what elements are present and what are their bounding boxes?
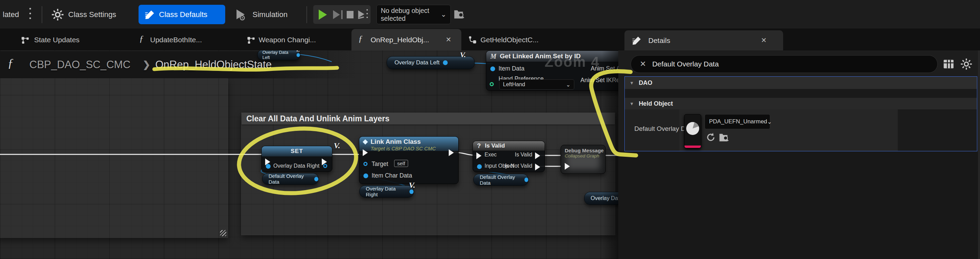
class-defaults-button[interactable]: Class Defaults [138,5,225,24]
blurred-content [566,153,600,170]
exec-out-pin-is-valid[interactable] [535,152,540,159]
input-pin-target[interactable] [363,162,368,166]
overflow-menu-icon[interactable] [29,8,31,22]
details-scrollbar[interactable] [978,51,980,259]
eject-button[interactable] [356,10,366,19]
frame-skip-button[interactable] [333,10,343,21]
clear-search-icon[interactable]: ✕ [640,60,646,68]
breadcrumb-parent[interactable]: CBP_DAO_SC_CMC [29,58,130,71]
use-selected-asset-icon[interactable] [706,133,716,142]
chevron-down-icon: ⌄ [767,118,772,125]
node-title: Link Anim Class [371,138,421,145]
macro-icon: M [490,52,496,60]
exec-out-pin-is-not-valid[interactable] [535,164,540,171]
collapse-arrow-icon[interactable]: ▼ [630,81,634,85]
exec-in-pin[interactable] [363,149,368,156]
category-dao[interactable]: ▼ DAO [625,77,977,89]
comment-box-empty[interactable] [0,78,228,238]
tab-weapon-changing[interactable]: Weapon Changi... [259,29,316,51]
node-debug-message[interactable]: Debug Message Collapsed Graph [561,145,606,174]
node-is-valid[interactable]: ? Is Valid Exec Is Valid Input Object Is… [473,141,545,172]
class-defaults-label: Class Defaults [159,10,207,19]
node-default-overlay-data-2[interactable]: Default Overlay Data [473,174,528,186]
event-graph-icon [247,36,256,45]
stop-button[interactable] [347,11,353,18]
input-pin-overlay-data-right[interactable] [266,164,270,169]
event-graph-icon [21,36,30,45]
output-pin[interactable] [525,178,528,182]
breadcrumb-current[interactable]: OnRep_HeldObjectState [155,58,272,71]
output-pin[interactable] [409,190,414,194]
pie-asset-icon [686,122,699,135]
function-icon: ƒ [358,34,363,44]
tab-onrep-held-object[interactable]: ƒ OnRep_HeldObj... ✕ [352,29,461,51]
graph-edge-shadow [602,51,618,259]
details-search[interactable]: ✕ Default Overlay Data [631,55,938,73]
function-icon: ƒ [8,56,14,70]
node-title: Is Valid [485,142,505,149]
close-tab-icon[interactable]: ✕ [761,30,767,51]
output-pin[interactable] [443,60,448,65]
asset-thumbnail[interactable] [684,114,701,148]
toolbar-truncated-item[interactable]: lated [3,0,19,29]
tab-details[interactable]: Details ✕ [624,30,783,51]
details-panel: ✕ Default Overlay Data ▼ DAO ▼ Held Obje… [618,51,980,259]
target-self-value: self [394,160,408,167]
class-settings-gear-icon[interactable] [51,8,64,21]
collapse-arrow-icon[interactable]: ▼ [630,101,634,106]
pill-label: Overlay Data Right [366,186,407,197]
chevron-down-icon: ⌄ [441,11,446,18]
pin-label-out: Is Not Valid [502,163,532,169]
node-link-anim-class[interactable]: Link Anim Class Target is CBP DAO SC CMC… [359,136,458,184]
input-pin-item-char-data[interactable] [363,174,368,178]
tab-get-held-object[interactable]: GetHeldObjectC... [480,29,538,51]
tab-update-both-items[interactable]: UpdateBothIte... [150,29,202,51]
pin-label: Overlay Data Right [273,163,320,169]
category-held-object[interactable]: ▼ Held Object [625,98,977,109]
tab-state-updates[interactable]: State Updates [34,29,80,51]
tab-label: Details [648,30,670,51]
input-pin-item-data[interactable] [490,66,495,71]
toolbar-separator [41,6,42,23]
node-default-overlay-data-1[interactable]: Default Overlay Data [262,173,319,185]
search-value[interactable]: Default Overlay Data [652,60,719,68]
play-options-icon[interactable] [366,9,368,23]
comment-title[interactable]: Clear All Data And Unlink Anim Layers [242,113,615,125]
input-pin-input-object[interactable] [477,164,482,169]
watch-marker: V. [460,51,466,59]
watch-marker: V. [334,141,340,150]
pill-label: Overlay Data Left [395,59,439,66]
exec-in-pin[interactable] [476,152,482,159]
simulation-button[interactable]: Simulation [253,0,288,29]
output-pin[interactable] [314,177,318,181]
collapsed-graph-icon [468,36,477,44]
play-button[interactable] [319,9,327,20]
debug-object-dropdown[interactable]: No debug object selected ⌄ [376,5,451,24]
watch-marker: V. [409,181,415,190]
node-set-overlay-data-right[interactable]: SET Overlay Data Right [261,146,332,172]
comment-resize-grip[interactable] [220,230,226,236]
asset-dropdown[interactable]: PDA_UEFN_Unarmed ⌄ [705,114,770,129]
asset-value: PDA_UEFN_Unarmed [709,118,767,125]
asset-color-stripe [684,145,701,148]
category-label: Held Object [639,100,673,107]
display-filter-icon[interactable] [942,58,955,70]
exec-in-pin[interactable] [565,163,570,170]
close-tab-icon[interactable]: ✕ [445,29,452,51]
output-pin[interactable] [323,164,327,168]
browse-debug-object-icon[interactable] [454,9,465,19]
exec-out-pin[interactable] [449,149,454,156]
tab-bar: State Updates ƒ UpdateBothIte... Weapon … [0,29,980,51]
class-settings-button[interactable]: Class Settings [68,0,116,29]
input-pin-hand-preference[interactable] [490,82,494,86]
output-pin[interactable] [296,53,300,57]
hand-preference-dropdown[interactable]: LeftHand ⌄ [499,79,574,90]
pill-label: Default Overlay Data [269,173,312,185]
simulation-icon [235,9,247,21]
node-subtitle: Target is CBP DAO SC CMC [371,145,458,151]
zoom-watermark: Zoom 4 [545,54,600,70]
details-empty-area [618,152,980,259]
node-overlay-data-right[interactable]: Overlay Data Right [359,185,414,197]
settings-gear-icon[interactable] [960,58,972,70]
browse-to-asset-icon[interactable] [719,133,729,142]
